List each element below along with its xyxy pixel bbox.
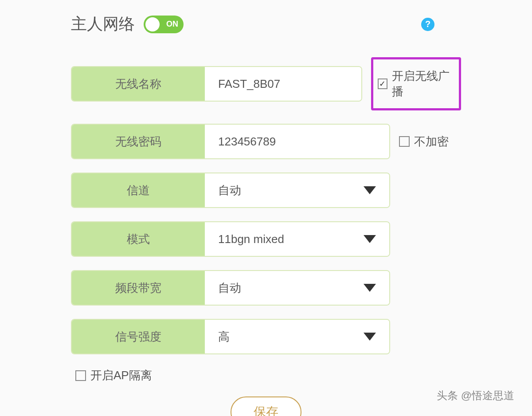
ap-isolation-checkbox-group[interactable]: 开启AP隔离 [75, 368, 461, 383]
field-bandwidth[interactable]: 频段带宽 自动 [71, 270, 390, 306]
field-channel[interactable]: 信道 自动 [71, 173, 390, 208]
input-wrapper-wireless-password [205, 125, 389, 158]
label-wireless-password: 无线密码 [72, 125, 205, 158]
ap-isolation-label: 开启AP隔离 [90, 368, 152, 383]
label-bandwidth: 频段带宽 [72, 271, 205, 305]
chevron-down-icon [364, 284, 376, 292]
save-button[interactable]: 保存 [231, 396, 301, 416]
field-signal-strength[interactable]: 信号强度 高 [71, 319, 390, 354]
field-mode[interactable]: 模式 11bgn mixed [71, 221, 390, 257]
network-toggle[interactable]: ON [144, 16, 184, 33]
header: 主人网络 ON ? [18, 9, 514, 39]
select-bandwidth[interactable]: 自动 [205, 271, 389, 305]
form-container: 无线名称 开启无线广播 无线密码 不加密 信道 自动 [18, 39, 514, 416]
watermark: 头条 @悟途思道 [437, 389, 514, 403]
toggle-knob [145, 17, 160, 31]
wireless-name-input[interactable] [218, 77, 348, 91]
chevron-down-icon [364, 333, 376, 341]
broadcast-checkbox[interactable] [378, 78, 387, 89]
field-wireless-name: 无线名称 [71, 66, 362, 102]
broadcast-checkbox-group[interactable]: 开启无线广播 [371, 57, 461, 110]
no-encryption-label: 不加密 [414, 134, 449, 149]
label-signal-strength: 信号强度 [72, 320, 205, 353]
signal-strength-value: 高 [218, 329, 376, 345]
no-encryption-checkbox-group[interactable]: 不加密 [399, 134, 449, 149]
input-wrapper-wireless-name [205, 67, 361, 101]
label-wireless-name: 无线名称 [72, 67, 205, 101]
row-channel: 信道 自动 [71, 173, 461, 208]
label-mode: 模式 [72, 222, 205, 256]
wireless-password-input[interactable] [218, 135, 376, 149]
row-mode: 模式 11bgn mixed [71, 221, 461, 257]
chevron-down-icon [364, 235, 376, 243]
row-wireless-name: 无线名称 开启无线广播 [71, 57, 461, 110]
row-wireless-password: 无线密码 不加密 [71, 124, 461, 159]
chevron-down-icon [364, 186, 376, 194]
row-signal-strength: 信号强度 高 [71, 319, 461, 354]
no-encryption-checkbox[interactable] [399, 136, 410, 147]
label-channel: 信道 [72, 173, 205, 207]
bandwidth-value: 自动 [218, 280, 376, 296]
page-title: 主人网络 [71, 13, 135, 35]
toggle-label: ON [166, 20, 178, 29]
field-wireless-password: 无线密码 [71, 124, 390, 159]
row-bandwidth: 频段带宽 自动 [71, 270, 461, 306]
save-button-container: 保存 [71, 396, 461, 416]
mode-value: 11bgn mixed [218, 232, 376, 246]
select-mode[interactable]: 11bgn mixed [205, 222, 389, 256]
ap-isolation-checkbox[interactable] [75, 370, 86, 381]
select-channel[interactable]: 自动 [205, 173, 389, 207]
select-signal-strength[interactable]: 高 [205, 320, 389, 353]
channel-value: 自动 [218, 183, 376, 198]
broadcast-label: 开启无线广播 [392, 68, 454, 99]
help-icon[interactable]: ? [421, 18, 434, 31]
